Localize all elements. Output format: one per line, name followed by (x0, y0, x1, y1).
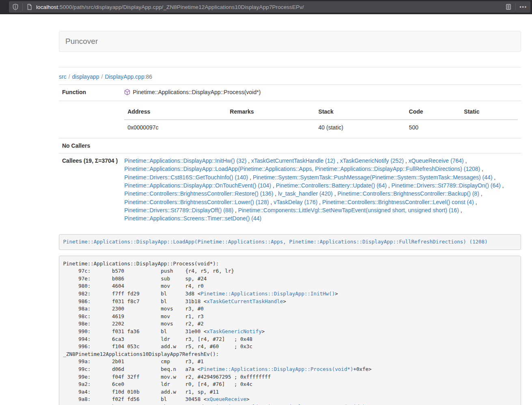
callee-link[interactable]: Pinetime::Applications::Screens::Timer::… (124, 215, 261, 222)
brand-link[interactable]: Puncover (59, 37, 104, 46)
callee-link[interactable]: Pinetime::Drivers::St7789::DisplayOn() (… (392, 182, 501, 189)
callee-link[interactable]: Pinetime::Components::LittleVgl::SetNewT… (238, 207, 459, 213)
shield-icon[interactable] (12, 4, 19, 10)
stats-cell: Address Remarks Stack Code Static 0x0000… (121, 101, 521, 138)
stack-value: 40 (static) (315, 120, 406, 135)
browser-toolbar: localhost:5000/path/src/displayapp/Displ… (0, 0, 532, 14)
function-label: Function (59, 85, 121, 101)
callee-link[interactable]: Pinetime::Applications::DisplayApp::Load… (124, 166, 480, 172)
static-value (461, 120, 518, 135)
highlighted-symbol-link[interactable]: Pinetime::Applications::DisplayApp::Load… (63, 239, 488, 245)
stats-row: Address Remarks Stack Code Static 0x0000… (59, 101, 521, 138)
breadcrumb-line-number: :86 (144, 73, 152, 80)
callee-link[interactable]: Pinetime::Drivers::Cst816S::GetTouchInfo… (124, 174, 248, 181)
callee-link[interactable]: Pinetime::Controllers::BrightnessControl… (124, 190, 273, 197)
breadcrumb: src/displayapp/DisplayApp.cpp:86 (59, 67, 521, 84)
function-table: Function Pinetime::Applications::Display… (59, 84, 521, 226)
callee-link[interactable]: xQueueReceive (764) (409, 157, 464, 164)
cube-icon (124, 89, 130, 97)
callee-link[interactable]: Pinetime::System::SystemTask::PushMessag… (253, 174, 493, 181)
address-value: 0x0000097c (124, 120, 226, 135)
col-remarks: Remarks (226, 104, 315, 119)
callee-link[interactable]: lv_task_handler (420) (278, 190, 333, 197)
code-value: 500 (406, 120, 461, 135)
navbar: Puncover (59, 31, 521, 52)
page-content: Puncover src/displayapp/DisplayApp.cpp:8… (59, 31, 521, 405)
highlighted-symbol-box: Pinetime::Applications::DisplayApp::Load… (59, 234, 521, 250)
callee-link[interactable]: vTaskDelay (176) (274, 199, 317, 205)
stats-header-row: Address Remarks Stack Code Static (124, 104, 518, 119)
address-bar[interactable]: localhost:5000/path/src/displayapp/Displ… (9, 1, 530, 13)
function-name-cell: Pinetime::Applications::DisplayApp::Proc… (121, 85, 521, 101)
callee-link[interactable]: Pinetime::Applications::DisplayApp::OnTo… (124, 182, 271, 189)
no-callers-cell (121, 138, 521, 153)
code-symbol-link[interactable]: xTaskGetCurrentTaskHandle (207, 298, 283, 304)
col-address: Address (124, 104, 226, 119)
callees-label: Callees (19, Σ=3704 ) (59, 153, 121, 226)
disassembly-box: Pinetime::Applications::DisplayApp::Proc… (59, 256, 521, 405)
code-symbol-link[interactable]: xTaskGenericNotify (207, 328, 261, 334)
col-static: Static (461, 104, 518, 119)
stats-value-row: 0x0000097c 40 (static) 500 (124, 120, 518, 135)
url-path: :5000/path/src/displayapp/DisplayApp.cpp… (58, 4, 304, 10)
col-stack: Stack (315, 104, 406, 119)
code-symbol-link[interactable]: Pinetime::Applications::DisplayApp::Proc… (200, 366, 353, 372)
callee-link[interactable]: Pinetime::Controllers::BrightnessControl… (337, 190, 479, 197)
reader-view-icon[interactable] (505, 4, 512, 10)
breadcrumb-link[interactable]: src (59, 73, 67, 80)
url-host: localhost (36, 4, 58, 10)
stats-row-spacer (59, 101, 121, 138)
callee-link[interactable]: Pinetime::Controllers::BrightnessControl… (124, 199, 269, 205)
toolbar-separator (515, 3, 516, 11)
code-symbol-link[interactable]: xQueueReceive (207, 396, 246, 402)
callees-cell: Pinetime::Applications::DisplayApp::Init… (121, 153, 521, 226)
menu-icon[interactable]: ••• (519, 4, 527, 9)
callee-link[interactable]: xTaskGetCurrentTaskHandle (12) (251, 157, 335, 164)
callee-link[interactable]: Pinetime::Drivers::St7789::DisplayOff() … (124, 207, 233, 213)
no-callers-label: No Callers (59, 138, 121, 153)
remarks-value (226, 120, 315, 135)
no-callers-row: No Callers (59, 138, 521, 153)
function-name: Pinetime::Applications::DisplayApp::Proc… (133, 89, 261, 95)
toolbar-separator (22, 3, 23, 11)
breadcrumb-separator: / (101, 73, 103, 80)
col-code: Code (406, 104, 461, 119)
url-text[interactable]: localhost:5000/path/src/displayapp/Displ… (36, 4, 502, 10)
callee-link[interactable]: Pinetime::Controllers::BrightnessControl… (322, 199, 474, 205)
callee-link[interactable]: xTaskGenericNotify (252) (340, 157, 404, 164)
function-row: Function Pinetime::Applications::Display… (59, 85, 521, 101)
breadcrumb-link[interactable]: DisplayApp.cpp (105, 73, 144, 80)
page-icon (26, 4, 32, 10)
callees-row: Callees (19, Σ=3704 ) Pinetime::Applicat… (59, 153, 521, 226)
breadcrumb-separator: / (69, 73, 70, 80)
stats-table: Address Remarks Stack Code Static 0x0000… (124, 104, 518, 135)
callee-link[interactable]: Pinetime::Controllers::Battery::Update()… (276, 182, 387, 189)
breadcrumb-link[interactable]: displayapp (72, 73, 99, 80)
code-symbol-link[interactable]: Pinetime::Applications::DisplayApp::Init… (200, 291, 335, 297)
disassembly-code: Pinetime::Applications::DisplayApp::Proc… (63, 261, 384, 405)
callee-link[interactable]: Pinetime::Applications::DisplayApp::Init… (124, 157, 246, 164)
